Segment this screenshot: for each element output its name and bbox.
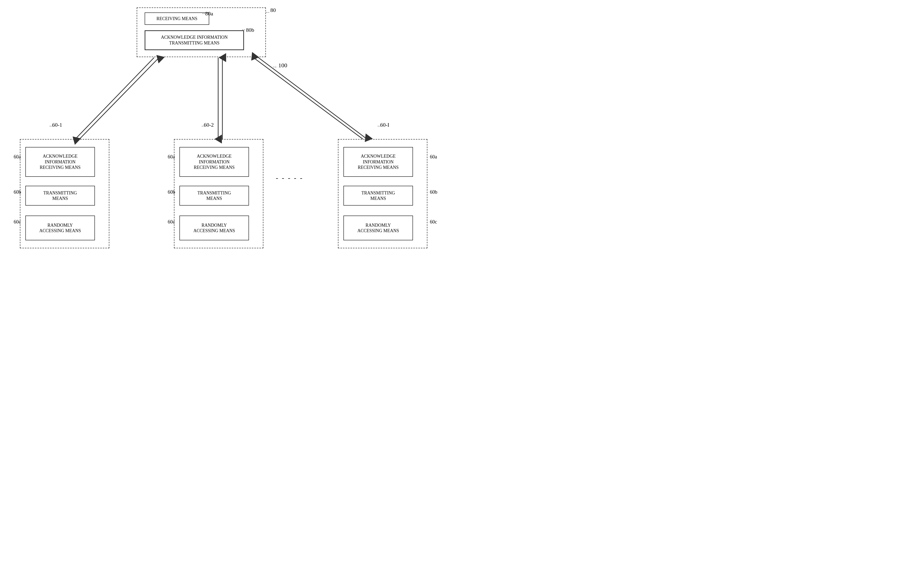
label-60c-mid: 60c: [168, 219, 175, 225]
transmitting-label-1: TRANSMITTINGMEANS: [44, 190, 77, 201]
svg-line-6: [80, 58, 159, 139]
ack-receiving-label-2: ACKNOWLEDGEINFORMATIONRECEIVING MEANS: [194, 154, 235, 170]
transmitting-label-I: TRANSMITTINGMEANS: [362, 190, 395, 201]
label-60c-left: 60c: [14, 219, 21, 225]
ack-receiving-label-I: ACKNOWLEDGEINFORMATIONRECEIVING MEANS: [358, 154, 399, 170]
randomly-label-I: RANDOMLYACCESSING MEANS: [357, 222, 399, 234]
receiving-means-label: RECEIVING MEANS: [157, 16, 198, 22]
label-80a: 80a: [205, 11, 213, 17]
label-60a-left: 60a: [14, 154, 21, 160]
ack-transmitting-box: ACKNOWLEDGE INFORMATIONTRANSMITTING MEAN…: [145, 30, 244, 50]
label-60-1: 60-1: [52, 122, 62, 128]
label-60-2: 60-2: [204, 122, 214, 128]
receiving-means-box: RECEIVING MEANS: [145, 12, 209, 25]
label-60b-left: 60b: [14, 189, 21, 195]
box-60-1: ACKNOWLEDGEINFORMATIONRECEIVING MEANS TR…: [20, 139, 109, 248]
label-100: 100: [278, 62, 287, 69]
label-60c-right: 60c: [430, 219, 437, 225]
randomly-box-2: RANDOMLYACCESSING MEANS: [179, 216, 249, 240]
transmitting-box-I: TRANSMITTINGMEANS: [343, 186, 413, 205]
transmitting-box-1: TRANSMITTINGMEANS: [25, 186, 95, 205]
svg-line-8: [253, 58, 363, 139]
label-80b: 80b: [246, 27, 254, 33]
randomly-box-I: RANDOMLYACCESSING MEANS: [343, 216, 413, 240]
ack-transmitting-label: ACKNOWLEDGE INFORMATIONTRANSMITTING MEAN…: [161, 34, 228, 46]
svg-line-9: [259, 58, 367, 139]
ack-receiving-box-I: ACKNOWLEDGEINFORMATIONRECEIVING MEANS: [343, 147, 413, 177]
ack-receiving-box-1: ACKNOWLEDGEINFORMATIONRECEIVING MEANS: [25, 147, 95, 177]
label-80: 80: [270, 7, 276, 13]
box-60-I: ACKNOWLEDGEINFORMATIONRECEIVING MEANS TR…: [338, 139, 427, 248]
label-60a-mid: 60a: [168, 154, 175, 160]
diagram: RECEIVING MEANS ACKNOWLEDGE INFORMATIONT…: [0, 0, 450, 294]
randomly-label-1: RANDOMLYACCESSING MEANS: [39, 222, 81, 234]
box-60-2: ACKNOWLEDGEINFORMATIONRECEIVING MEANS TR…: [174, 139, 263, 248]
ellipsis-dots: - - - - -: [276, 174, 303, 182]
label-60b-mid: 60b: [168, 189, 175, 195]
label-60-I: 60-I: [380, 122, 390, 128]
label-60a-right: 60a: [430, 154, 437, 160]
randomly-box-1: RANDOMLYACCESSING MEANS: [25, 216, 95, 240]
ack-receiving-box-2: ACKNOWLEDGEINFORMATIONRECEIVING MEANS: [179, 147, 249, 177]
svg-line-7: [75, 58, 154, 139]
randomly-label-2: RANDOMLYACCESSING MEANS: [193, 222, 235, 234]
ack-receiving-label-1: ACKNOWLEDGEINFORMATIONRECEIVING MEANS: [40, 154, 81, 170]
transmitting-label-2: TRANSMITTINGMEANS: [198, 190, 231, 201]
transmitting-box-2: TRANSMITTINGMEANS: [179, 186, 249, 205]
label-60b-right: 60b: [430, 189, 437, 195]
